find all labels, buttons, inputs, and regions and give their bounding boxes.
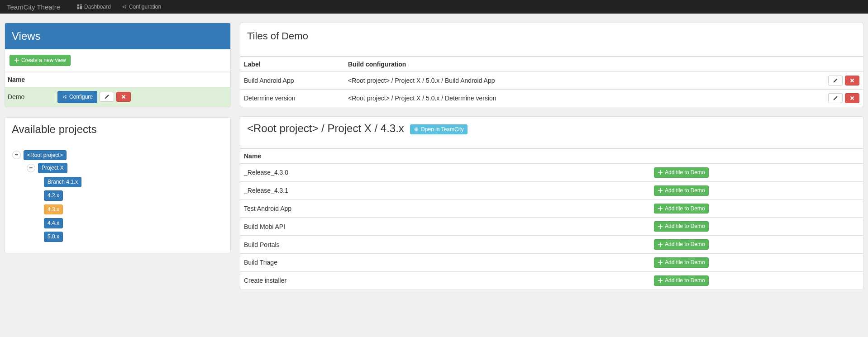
build-name: _Release_4.3.0: [240, 164, 650, 182]
tiles-panel-title: Tiles of Demo: [240, 23, 863, 48]
tile-row: Build Android App<Root project> / Projec…: [240, 72, 863, 90]
build-name: _Release_4.3.1: [240, 181, 650, 199]
tile-config: <Root project> / Project X / 5.0.x / Bui…: [344, 72, 825, 90]
project-leaf[interactable]: 5.0.x: [44, 232, 63, 242]
navbar: TeamCity Theatre Dashboard Configuration: [0, 0, 868, 14]
remove-icon: [121, 94, 126, 100]
nav-configuration[interactable]: Configuration: [116, 0, 167, 14]
remove-icon: [849, 95, 855, 101]
add-tile-button[interactable]: Add tile to Demo: [654, 275, 709, 286]
tile-row: Determine version<Root project> / Projec…: [240, 90, 863, 107]
pencil-icon: [833, 78, 838, 83]
pencil-icon: [833, 95, 838, 101]
projects-tree: ━ <Root project> ━ Project X: [5, 141, 230, 253]
views-col-name: Name: [5, 72, 55, 87]
view-name: Demo: [5, 87, 55, 106]
build-row: Create installerAdd tile to Demo: [240, 271, 863, 289]
minus-icon: ━: [15, 152, 18, 157]
tree-toggle[interactable]: ━: [27, 164, 35, 172]
project-leaf[interactable]: 4.2.x: [44, 190, 63, 201]
open-in-teamcity-button[interactable]: Open in TeamCity: [410, 124, 467, 135]
builds-col-name: Name: [240, 149, 650, 164]
nav-configuration-label: Configuration: [129, 4, 161, 10]
plus-icon: [658, 260, 663, 265]
delete-view-button[interactable]: [116, 92, 131, 102]
globe-icon: [414, 127, 419, 132]
pencil-icon: [104, 94, 110, 100]
add-tile-button[interactable]: Add tile to Demo: [654, 221, 709, 232]
add-tile-button[interactable]: Add tile to Demo: [654, 204, 709, 214]
view-row[interactable]: Demo Configure: [5, 87, 230, 106]
dashboard-icon: [77, 4, 82, 9]
nav-dashboard-label: Dashboard: [84, 4, 111, 10]
add-tile-button[interactable]: Add tile to Demo: [654, 167, 709, 178]
edit-tile-button[interactable]: [828, 76, 843, 85]
project-leaf-active[interactable]: 4.3.x: [44, 204, 63, 215]
builds-table: Name _Release_4.3.0Add tile to Demo_Rele…: [240, 148, 863, 290]
remove-icon: [849, 78, 855, 83]
build-name: Create installer: [240, 271, 650, 289]
add-tile-button[interactable]: Add tile to Demo: [654, 239, 709, 250]
delete-tile-button[interactable]: [845, 93, 859, 103]
build-row: _Release_4.3.1Add tile to Demo: [240, 181, 863, 199]
build-row: Build Mobi APIAdd tile to Demo: [240, 218, 863, 236]
tiles-table: Label Build configuration Build Android …: [240, 57, 863, 107]
navbar-brand[interactable]: TeamCity Theatre: [7, 3, 72, 11]
configure-view-button[interactable]: Configure: [57, 91, 97, 103]
selected-project-title: <Root project> / Project X / 4.3.x: [247, 122, 404, 134]
configure-view-label: Configure: [69, 93, 93, 101]
plus-icon: [658, 224, 663, 229]
tile-label: Determine version: [240, 90, 344, 107]
plus-icon: [658, 206, 663, 211]
plus-icon: [658, 242, 663, 247]
plus-icon: [658, 278, 663, 283]
tree-toggle-root[interactable]: ━: [12, 151, 21, 159]
edit-view-button[interactable]: [100, 92, 114, 102]
views-table: Name Demo Configure: [5, 72, 230, 107]
add-tile-button[interactable]: Add tile to Demo: [654, 257, 709, 268]
open-in-teamcity-label: Open in TeamCity: [421, 126, 464, 133]
plus-icon: [14, 57, 19, 63]
add-tile-label: Add tile to Demo: [665, 187, 705, 195]
delete-tile-button[interactable]: [845, 76, 859, 85]
nav-dashboard[interactable]: Dashboard: [72, 0, 116, 14]
selected-project-panel: <Root project> / Project X / 4.3.x Open …: [240, 116, 863, 290]
tiles-col-label: Label: [240, 57, 344, 72]
edit-tile-button[interactable]: [828, 93, 843, 103]
views-panel: Views Create a new view Name Demo: [5, 23, 231, 107]
views-panel-title: Views: [5, 23, 230, 49]
add-tile-button[interactable]: Add tile to Demo: [654, 185, 709, 196]
cogs-icon: [62, 94, 67, 100]
build-name: Build Portals: [240, 236, 650, 254]
tile-label: Build Android App: [240, 72, 344, 90]
project-node[interactable]: Project X: [38, 163, 67, 173]
create-view-button[interactable]: Create a new view: [10, 55, 71, 66]
add-tile-label: Add tile to Demo: [665, 259, 705, 266]
project-leaf[interactable]: Branch 4.1.x: [44, 177, 81, 187]
builds-blank-bar: [240, 140, 863, 148]
plus-icon: [658, 170, 663, 175]
add-tile-label: Add tile to Demo: [665, 169, 705, 176]
build-name: Build Mobi API: [240, 218, 650, 236]
tiles-blank-bar: [240, 48, 863, 57]
build-row: Build PortalsAdd tile to Demo: [240, 236, 863, 254]
add-tile-label: Add tile to Demo: [665, 241, 705, 248]
build-row: _Release_4.3.0Add tile to Demo: [240, 164, 863, 182]
project-leaf[interactable]: 4.4.x: [44, 218, 63, 228]
tiles-panel: Tiles of Demo Label Build configuration …: [240, 23, 863, 107]
build-name: Test Android App: [240, 199, 650, 218]
build-row: Test Android AppAdd tile to Demo: [240, 199, 863, 218]
build-row: Build TriageAdd tile to Demo: [240, 253, 863, 271]
project-node-root[interactable]: <Root project>: [24, 150, 67, 161]
add-tile-label: Add tile to Demo: [665, 277, 705, 285]
minus-icon: ━: [29, 166, 33, 171]
tiles-col-buildcfg: Build configuration: [344, 57, 825, 72]
selected-project-title-wrap: <Root project> / Project X / 4.3.x Open …: [240, 117, 863, 140]
create-view-label: Create a new view: [21, 57, 66, 64]
plus-icon: [658, 188, 663, 193]
tile-config: <Root project> / Project X / 5.0.x / Det…: [344, 90, 825, 107]
build-name: Build Triage: [240, 253, 650, 271]
add-tile-label: Add tile to Demo: [665, 205, 705, 213]
cogs-icon: [122, 4, 127, 9]
projects-panel-title: Available projects: [5, 118, 230, 141]
